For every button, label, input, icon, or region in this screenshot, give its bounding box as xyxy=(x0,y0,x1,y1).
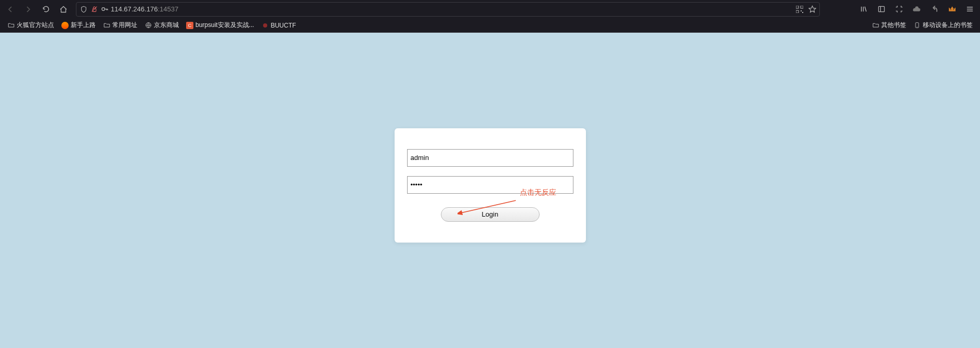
reload-icon xyxy=(42,5,50,13)
arrow-right-icon xyxy=(24,5,32,14)
bookmark-label: 新手上路 xyxy=(71,21,96,30)
browser-navigation-bar: 114.67.246.176:14537 xyxy=(0,0,980,18)
back-button[interactable] xyxy=(3,2,18,17)
folder-icon xyxy=(7,22,15,29)
svg-point-2 xyxy=(101,8,104,11)
bookmark-jd[interactable]: 京东商城 xyxy=(141,19,182,31)
svg-rect-7 xyxy=(801,6,803,8)
bookmarks-bar: 火狐官方站点 新手上路 常用网址 京东商城 C burpsuit安装及实战...… xyxy=(0,18,980,33)
menu-icon[interactable] xyxy=(962,2,977,17)
bookmark-getting-started[interactable]: 新手上路 xyxy=(58,19,99,31)
bookmark-common-sites[interactable]: 常用网址 xyxy=(100,19,140,31)
qr-icon[interactable] xyxy=(795,5,804,14)
foxyproxy-icon[interactable] xyxy=(945,2,959,17)
login-button[interactable]: Login xyxy=(441,207,540,222)
firefox-icon xyxy=(61,22,69,29)
home-icon xyxy=(59,5,68,14)
buuctf-icon xyxy=(262,22,269,29)
bookmark-buuctf[interactable]: BUUCTF xyxy=(258,20,299,31)
page-content: Login 点击无反应 xyxy=(0,33,980,348)
svg-rect-14 xyxy=(878,6,884,11)
reload-button[interactable] xyxy=(38,2,53,17)
home-button[interactable] xyxy=(56,2,71,17)
forward-button[interactable] xyxy=(21,2,35,17)
svg-point-17 xyxy=(953,9,953,10)
toolbar-undo-icon[interactable] xyxy=(927,2,942,17)
csdn-icon: C xyxy=(186,22,193,29)
bookmark-label: 其他书签 xyxy=(881,21,906,30)
library-icon[interactable] xyxy=(856,2,871,17)
svg-line-13 xyxy=(865,7,866,11)
url-bar[interactable]: 114.67.246.176:14537 xyxy=(76,2,820,17)
svg-rect-8 xyxy=(796,10,799,13)
key-icon[interactable] xyxy=(100,5,109,14)
bookmark-label: 移动设备上的书签 xyxy=(923,21,973,30)
shield-icon[interactable] xyxy=(80,5,88,14)
mobile-icon xyxy=(913,22,921,29)
bookmark-label: 常用网址 xyxy=(112,21,137,30)
svg-point-16 xyxy=(950,9,951,10)
folder-icon xyxy=(103,22,110,29)
login-card: Login xyxy=(395,128,586,243)
svg-rect-6 xyxy=(796,6,799,8)
bookmark-mobile[interactable]: 移动设备上的书签 xyxy=(910,19,976,31)
arrow-left-icon xyxy=(6,5,15,14)
annotation-text: 点击无反应 xyxy=(520,188,556,197)
screenshot-icon[interactable] xyxy=(892,2,906,17)
lock-insecure-icon[interactable] xyxy=(90,5,98,14)
globe-icon xyxy=(145,22,152,29)
url-text: 114.67.246.176:14537 xyxy=(111,5,793,13)
bookmark-label: 京东商城 xyxy=(154,21,179,30)
extension-whale-icon[interactable] xyxy=(909,2,924,17)
svg-rect-10 xyxy=(802,12,803,13)
bookmark-firefox-official[interactable]: 火狐官方站点 xyxy=(4,19,57,31)
sidebar-icon[interactable] xyxy=(874,2,888,17)
bookmark-star-icon[interactable] xyxy=(808,5,816,14)
username-input[interactable] xyxy=(407,149,573,167)
bookmark-label: burpsuit安装及实战... xyxy=(195,21,254,30)
svg-rect-9 xyxy=(801,10,802,11)
folder-icon xyxy=(872,22,879,29)
bookmark-label: 火狐官方站点 xyxy=(17,21,54,30)
bookmark-label: BUUCTF xyxy=(271,22,296,29)
bookmark-burpsuite[interactable]: C burpsuit安装及实战... xyxy=(183,19,257,31)
bookmark-other[interactable]: 其他书签 xyxy=(869,19,909,31)
